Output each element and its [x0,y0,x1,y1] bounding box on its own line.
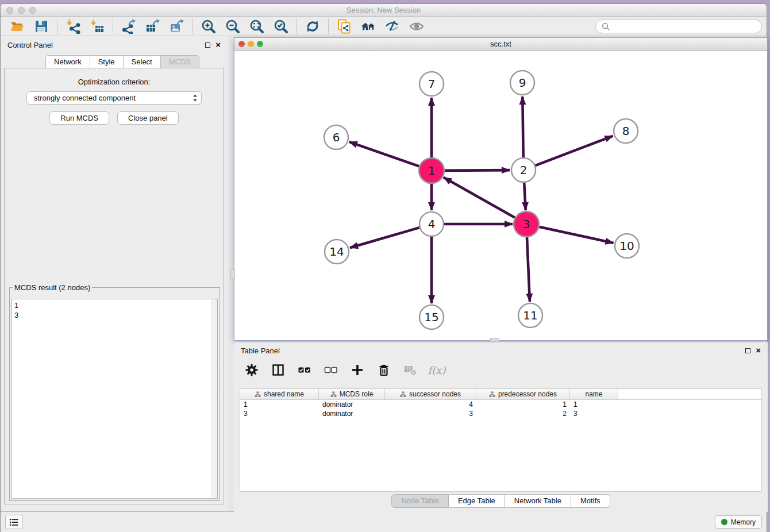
mcds-result-area[interactable]: 13 [11,299,218,499]
save-session-icon[interactable] [29,18,53,35]
tab-mcds[interactable]: MCDS [161,55,199,69]
main-area: Control Panel × NetworkStyleSelectMCDS O… [1,36,767,511]
refresh-network-icon[interactable] [301,18,325,35]
edge-2-8[interactable] [534,136,613,166]
network-canvas[interactable]: 7968124314101511 [234,51,767,340]
add-row-icon[interactable] [350,363,365,377]
criterion-select[interactable]: strongly connected component [26,91,202,105]
close-table-panel-icon[interactable]: × [756,348,761,353]
table-toolbar: f(x) [234,358,768,381]
table-tabs: Node TableEdge TableNetwork TableMotifs [234,494,768,508]
memory-button[interactable]: Memory [715,515,762,529]
cell-predecessor-nodes[interactable]: 1 [476,400,570,409]
open-file-icon[interactable] [5,18,29,35]
close-network-window-icon[interactable]: × [238,41,245,47]
table-row[interactable]: 3dominator323 [240,409,761,418]
node-label-11: 11 [523,309,537,322]
memory-status-dot [721,519,727,525]
zoom-in-icon[interactable] [197,18,221,35]
optimization-criterion-label: Optimization criterion: [5,78,224,86]
close-app-icon[interactable] [6,7,13,14]
minimize-app-icon[interactable] [18,7,25,14]
search-box[interactable] [595,20,762,33]
tab-network[interactable]: Network [45,55,90,69]
main-toolbar [1,17,767,36]
edge-1-2[interactable] [443,170,510,171]
edge-2-3[interactable] [524,182,526,210]
node-label-15: 15 [424,310,438,324]
edge-3-10[interactable] [538,226,614,243]
close-panel-button[interactable]: Close panel [117,111,179,125]
cell-predecessor-nodes[interactable]: 2 [476,409,570,418]
deselect-all-icon[interactable] [324,363,338,377]
select-all-icon[interactable] [297,363,312,377]
first-neighbors-icon[interactable] [356,18,380,35]
show-columns-icon[interactable] [271,363,286,377]
cell-name[interactable]: 1 [570,400,618,409]
tab-network-table[interactable]: Network Table [505,494,571,508]
node-label-8: 8 [622,124,630,138]
node-label-6: 6 [333,130,340,144]
edge-3-11[interactable] [527,236,530,302]
export-image-icon[interactable] [165,18,189,35]
import-table-icon[interactable] [85,18,109,35]
splitter-handle-horizontal[interactable] [490,338,499,342]
splitter-handle-vertical[interactable] [230,269,235,279]
cell-MCDS-role[interactable]: dominator [319,409,385,418]
import-network-icon[interactable] [61,18,85,35]
cell-MCDS-role[interactable]: dominator [319,400,385,409]
tab-select[interactable]: Select [124,55,161,69]
column-header-successor-nodes[interactable]: successor nodes [385,389,476,399]
node-label-10: 10 [619,239,634,253]
table-panel-header: Table Panel × [234,342,768,358]
cell-shared-name[interactable]: 1 [240,400,319,409]
node-label-3: 3 [523,217,530,231]
delete-row-icon[interactable] [376,363,391,377]
edge-2-9[interactable] [522,97,523,159]
toolbar-separator [57,19,57,34]
mcds-result-title: MCDS result (2 nodes) [13,283,92,292]
duplicate-network-icon[interactable] [332,18,356,35]
export-network-icon[interactable] [117,18,141,35]
float-panel-icon[interactable] [205,43,210,48]
show-hide-details-icon[interactable] [405,18,429,35]
zoom-selected-icon[interactable] [269,18,293,35]
close-panel-icon[interactable]: × [215,42,221,48]
zoom-fit-icon[interactable] [245,18,269,35]
edge-4-14[interactable] [350,228,421,248]
node-label-14: 14 [329,245,344,259]
show-hide-graphics-icon[interactable] [380,18,405,35]
zoom-out-icon[interactable] [221,18,245,35]
float-table-panel-icon[interactable] [745,348,750,353]
column-header-name[interactable]: name [570,389,618,399]
column-header-MCDS-role[interactable]: MCDS role [319,389,385,399]
table-panel-title: Table Panel [241,346,280,355]
tab-style[interactable]: Style [90,55,124,69]
zoom-app-icon[interactable] [29,7,36,14]
column-header-shared-name[interactable]: shared name [240,389,319,399]
window-controls[interactable] [6,7,36,14]
app-title: Session: New Session [1,4,767,16]
maximize-network-window-icon[interactable]: + [257,41,263,47]
run-mcds-button[interactable]: Run MCDS [49,111,109,125]
table-settings-icon[interactable] [244,363,259,377]
task-history-button[interactable] [5,515,22,529]
cell-name[interactable]: 3 [570,409,618,418]
edge-1-6[interactable] [349,142,421,167]
cell-successor-nodes[interactable]: 4 [385,400,476,409]
search-input[interactable] [613,21,756,31]
cell-successor-nodes[interactable]: 3 [385,409,476,418]
tab-motifs[interactable]: Motifs [571,494,610,508]
cell-shared-name[interactable]: 3 [240,409,319,418]
tab-edge-table[interactable]: Edge Table [449,494,505,508]
column-header-predecessor-nodes[interactable]: predecessor nodes [476,389,570,399]
result-scrollbar[interactable] [211,299,217,498]
minimize-network-window-icon[interactable]: − [248,41,254,47]
export-table-icon[interactable] [141,18,165,35]
mcds-result-line: 1 [14,300,215,310]
table-row[interactable]: 1dominator411 [240,400,761,409]
toolbar-separator [297,19,297,34]
tab-node-table[interactable]: Node Table [391,494,449,508]
edge-3-1[interactable] [444,178,517,218]
network-window-titlebar[interactable]: × − + scc.txt [234,38,767,51]
